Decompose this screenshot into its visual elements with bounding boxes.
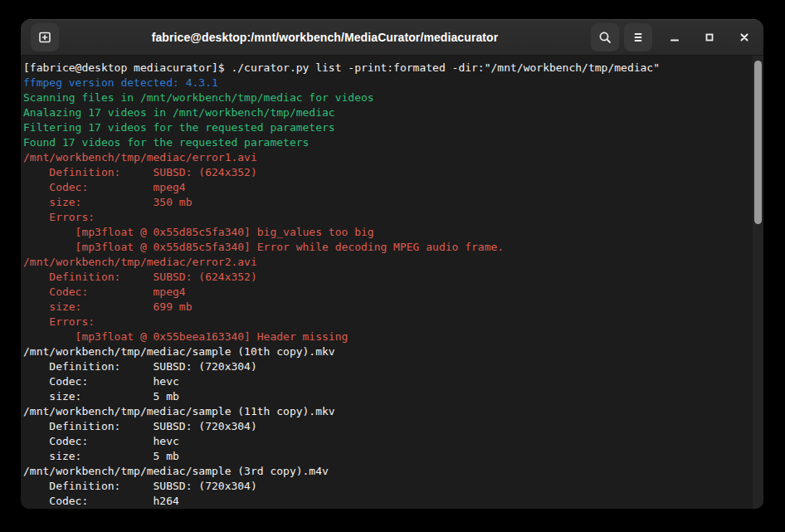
terminal-line: Codec: mpeg4: [23, 180, 752, 195]
terminal-line: /mnt/workbench/tmp/mediac/sample (3rd co…: [23, 464, 752, 479]
terminal-line: Definition: SUBSD: (720x304): [23, 479, 752, 494]
close-icon: [738, 31, 751, 44]
terminal-line: /mnt/workbench/tmp/mediac/sample (11th c…: [23, 404, 752, 419]
terminal-line: Errors:: [23, 210, 752, 225]
scrollbar-track[interactable]: [753, 56, 763, 509]
terminal-window: fabrice@desktop:/mnt/workbench/MediaCura…: [21, 19, 763, 509]
terminal-line: Filtering 17 videos for the requested pa…: [23, 120, 752, 135]
terminal-line: Scanning files in /mnt/workbench/tmp/med…: [23, 90, 752, 105]
terminal-line: /mnt/workbench/tmp/mediac/sample (10th c…: [23, 344, 752, 359]
minimize-icon: [668, 31, 681, 44]
scrollbar-thumb[interactable]: [754, 61, 762, 224]
maximize-icon: [703, 31, 716, 44]
terminal-line: size: 5 mb: [23, 389, 752, 404]
window-title: fabrice@desktop:/mnt/workbench/MediaCura…: [59, 31, 591, 44]
terminal-line: Errors:: [23, 315, 752, 329]
terminal-line: size: 699 mb: [23, 300, 752, 315]
terminal-line: Codec: mpeg4: [23, 285, 752, 300]
terminal-line: /mnt/workbench/tmp/mediac/error2.avi: [23, 255, 752, 270]
headerbar: fabrice@desktop:/mnt/workbench/MediaCura…: [21, 19, 763, 56]
terminal-viewport[interactable]: [fabrice@desktop mediacurator]$ ./curato…: [21, 56, 763, 509]
close-button[interactable]: [732, 25, 757, 50]
terminal-line: [mp3float @ 0x55d85c5fa340] big_values t…: [23, 225, 752, 240]
terminal-line: ffmpeg version detected: 4.3.1: [23, 76, 752, 90]
maximize-button[interactable]: [697, 25, 722, 50]
terminal-line: [mp3float @ 0x55beea163340] Header missi…: [23, 329, 752, 344]
terminal-line: Codec: h264: [23, 494, 752, 509]
terminal-line: [mp3float @ 0x55d85c5fa340] Error while …: [23, 240, 752, 255]
menu-button[interactable]: [624, 23, 652, 51]
search-button[interactable]: [591, 23, 619, 51]
terminal-line: size: 5 mb: [23, 449, 752, 464]
search-icon: [597, 30, 612, 45]
hamburger-menu-icon: [631, 31, 645, 44]
terminal-line: size: 350 mb: [23, 195, 752, 210]
headerbar-actions: [591, 23, 757, 51]
minimize-button[interactable]: [662, 25, 687, 50]
terminal-line: /mnt/workbench/tmp/mediac/error1.avi: [23, 150, 752, 165]
terminal-line: Analazing 17 videos in /mnt/workbench/tm…: [23, 105, 752, 120]
terminal-line: Definition: SUBSD: (624x352): [23, 270, 752, 285]
new-tab-button[interactable]: [31, 23, 59, 51]
terminal-line: Codec: hevc: [23, 434, 752, 449]
terminal-line: Definition: SUBSD: (720x304): [23, 359, 752, 374]
terminal-line: Codec: hevc: [23, 374, 752, 389]
terminal-output: [fabrice@desktop mediacurator]$ ./curato…: [23, 61, 752, 509]
new-tab-icon: [37, 30, 52, 45]
terminal-line: Definition: SUBSD: (624x352): [23, 165, 752, 180]
terminal-line: [fabrice@desktop mediacurator]$ ./curato…: [23, 61, 752, 76]
terminal-line: Found 17 videos for the requested parame…: [23, 135, 752, 150]
terminal-line: Definition: SUBSD: (720x304): [23, 419, 752, 434]
